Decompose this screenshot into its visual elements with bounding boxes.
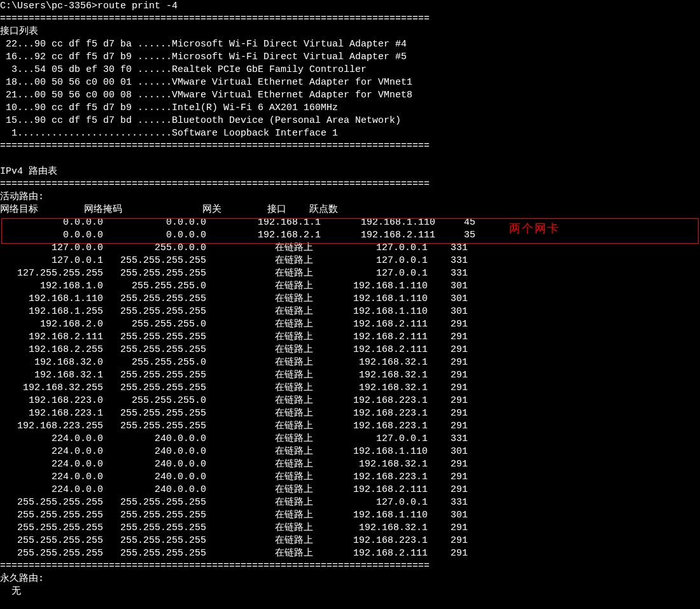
- route-row: 127.0.0.0 255.0.0.0 在链路上 127.0.0.1 331: [0, 242, 468, 253]
- ipv4-title: IPv4 路由表: [0, 166, 57, 177]
- separator-line: ========================================…: [0, 561, 430, 571]
- route-row: 224.0.0.0 240.0.0.0 在链路上 192.168.2.111 2…: [0, 484, 468, 495]
- route-row: 255.255.255.255 255.255.255.255 在链路上 192…: [0, 522, 468, 533]
- route-row: 255.255.255.255 255.255.255.255 在链路上 127…: [0, 497, 468, 508]
- route-row: 224.0.0.0 240.0.0.0 在链路上 192.168.32.1 29…: [0, 459, 468, 470]
- route-row: 192.168.1.0 255.255.255.0 在链路上 192.168.1…: [0, 281, 468, 291]
- route-row: 192.168.2.111 255.255.255.255 在链路上 192.1…: [0, 332, 468, 342]
- route-header: 网络目标 网络掩码 网关 接口 跃点数: [0, 204, 338, 215]
- route-row: 255.255.255.255 255.255.255.255 在链路上 192…: [0, 510, 468, 521]
- route-row: 192.168.32.255 255.255.255.255 在链路上 192.…: [0, 382, 468, 393]
- route-row: 127.255.255.255 255.255.255.255 在链路上 127…: [0, 268, 468, 279]
- separator-line: ========================================…: [0, 141, 430, 151]
- persistent-routes-none: 无: [0, 586, 21, 597]
- interface-row: 15...90 cc df f5 d7 bd ......Bluetooth D…: [0, 115, 401, 126]
- interface-list-title: 接口列表: [0, 26, 38, 37]
- prompt-line[interactable]: C:\Users\pc-3356>route print -4: [0, 1, 178, 11]
- interface-row: 18...00 50 56 c0 00 01 ......VMware Virt…: [0, 77, 412, 88]
- route-row: 127.0.0.1 255.255.255.255 在链路上 127.0.0.1…: [0, 255, 468, 266]
- route-row: 192.168.223.0 255.255.255.0 在链路上 192.168…: [0, 395, 468, 406]
- interface-row: 10...90 cc df f5 d7 b9 ......Intel(R) Wi…: [0, 102, 338, 113]
- route-row: 192.168.1.255 255.255.255.255 在链路上 192.1…: [0, 306, 468, 317]
- interface-row: 3...54 05 db ef 30 f0 ......Realtek PCIe…: [0, 64, 367, 75]
- terminal-output: C:\Users\pc-3356>route print -4 ========…: [0, 0, 700, 598]
- separator-line: ========================================…: [0, 179, 430, 190]
- interface-row: 21...00 50 56 c0 00 08 ......VMware Virt…: [0, 90, 412, 101]
- route-row: 192.168.1.110 255.255.255.255 在链路上 192.1…: [0, 293, 468, 304]
- route-row: 192.168.32.0 255.255.255.0 在链路上 192.168.…: [0, 357, 468, 368]
- route-row: 224.0.0.0 240.0.0.0 在链路上 192.168.1.110 3…: [0, 446, 468, 457]
- separator-line: ========================================…: [0, 13, 430, 24]
- annotation-box: [1, 218, 699, 244]
- route-row: 192.168.223.1 255.255.255.255 在链路上 192.1…: [0, 408, 468, 419]
- interface-row: 1...........................Software Loo…: [0, 128, 338, 139]
- route-row: 255.255.255.255 255.255.255.255 在链路上 192…: [0, 548, 468, 559]
- prompt: C:\Users\pc-3356>: [0, 1, 97, 11]
- route-row: 192.168.32.1 255.255.255.255 在链路上 192.16…: [0, 370, 468, 381]
- interface-row: 16...92 cc df f5 d7 b9 ......Microsoft W…: [0, 52, 407, 62]
- route-row: 224.0.0.0 240.0.0.0 在链路上 127.0.0.1 331: [0, 433, 468, 444]
- route-row: 192.168.2.255 255.255.255.255 在链路上 192.1…: [0, 344, 468, 355]
- persistent-routes-title: 永久路由:: [0, 573, 44, 584]
- route-row: 192.168.2.0 255.255.255.0 在链路上 192.168.2…: [0, 319, 468, 330]
- interface-row: 22...90 cc df f5 d7 ba ......Microsoft W…: [0, 39, 407, 50]
- route-row: 224.0.0.0 240.0.0.0 在链路上 192.168.223.1 2…: [0, 472, 468, 482]
- active-routes-title: 活动路由:: [0, 192, 44, 202]
- route-row: 255.255.255.255 255.255.255.255 在链路上 192…: [0, 535, 468, 546]
- command: route print -4: [97, 1, 178, 11]
- annotation-label: 两个网卡: [509, 222, 560, 235]
- route-row: 192.168.223.255 255.255.255.255 在链路上 192…: [0, 421, 468, 431]
